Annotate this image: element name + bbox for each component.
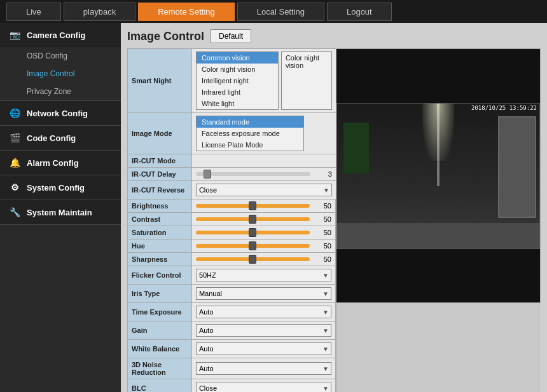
smart-night-option-white[interactable]: White light: [197, 98, 278, 109]
table-row-time-exposure: Time Exposure AutoManual ▼: [128, 303, 541, 321]
value-blc: CloseOpen ▼: [191, 379, 335, 393]
smart-night-option-intelligent[interactable]: Intelligent night: [197, 75, 278, 86]
brightness-slider-row: 50: [196, 202, 331, 210]
sidebar-header-alarm-config[interactable]: 🔔 Alarm Config: [0, 151, 121, 175]
noise-reduction-select-wrap: AutoClose ▼: [196, 362, 331, 375]
value-saturation: 50: [191, 226, 335, 240]
nav-tab-logout[interactable]: Logout: [327, 3, 392, 21]
label-saturation: Saturation: [128, 226, 192, 240]
ircut-delay-track[interactable]: [196, 172, 310, 176]
table-row-blc: BLC CloseOpen ▼: [128, 379, 541, 393]
table-row-noise-reduction: 3D Noise Reduction AutoClose ▼: [128, 358, 541, 379]
main-layout: 📷 Camera Config OSD Config Image Control…: [0, 23, 547, 392]
smart-night-option-color[interactable]: Color night vision: [197, 64, 278, 75]
scene-wall-right: [498, 116, 536, 218]
sharpness-thumb[interactable]: [249, 255, 256, 264]
value-gain: AutoManual ▼: [191, 321, 335, 340]
image-mode-license[interactable]: License Plate Mode: [197, 139, 303, 151]
hue-track[interactable]: [196, 244, 310, 248]
gain-select[interactable]: AutoManual: [196, 324, 331, 337]
label-hue: Hue: [128, 240, 192, 253]
saturation-thumb[interactable]: [249, 228, 256, 237]
sidebar-header-code-config[interactable]: 🎬 Code Config: [0, 126, 121, 150]
saturation-value: 50: [314, 229, 331, 236]
preview-scene: 2018/10/25 13:59:22: [337, 104, 539, 248]
contrast-track[interactable]: [196, 217, 310, 221]
value-smart-night: Common vision Color night vision Intelli…: [191, 49, 336, 113]
ircut-delay-value: 3: [314, 170, 332, 178]
value-hue: 50: [191, 240, 335, 253]
sidebar-header-system-config[interactable]: ⚙ System Config: [0, 175, 121, 199]
time-exposure-select[interactable]: AutoManual: [196, 306, 331, 318]
sidebar-section-camera: 📷 Camera Config OSD Config Image Control…: [0, 23, 121, 101]
image-mode-standard[interactable]: Standard mode: [197, 116, 303, 128]
label-gain: Gain: [128, 321, 192, 340]
top-navigation: Live playback Remote Setting Local Setti…: [0, 0, 547, 23]
value-flicker: 50HZ60HZClose ▼: [191, 266, 335, 285]
scene-light: [422, 104, 454, 161]
sidebar-item-image-control[interactable]: Image Control: [0, 65, 121, 83]
gear-icon: ⚙: [8, 182, 22, 193]
nav-tab-live[interactable]: Live: [6, 3, 61, 21]
brightness-track[interactable]: [196, 204, 310, 208]
white-balance-select-wrap: AutoManual ▼: [196, 342, 331, 355]
sidebar-item-osd-config[interactable]: OSD Config: [0, 47, 121, 65]
nav-tab-remote-setting[interactable]: Remote Setting: [138, 3, 235, 21]
sharpness-track[interactable]: [196, 257, 310, 261]
nav-tab-playback[interactable]: playback: [64, 3, 135, 21]
value-white-balance: AutoManual ▼: [191, 340, 335, 358]
value-ircut-reverse: Close Open ▼: [191, 181, 336, 199]
ircut-reverse-select[interactable]: Close Open: [196, 184, 332, 196]
hue-thumb[interactable]: [249, 241, 256, 250]
brightness-thumb[interactable]: [249, 201, 256, 210]
label-sharpness: Sharpness: [128, 253, 192, 266]
sharpness-slider-row: 50: [196, 255, 331, 263]
camera-preview: 2018/10/25 13:59:22: [336, 103, 540, 249]
label-smart-night: Smart Night: [128, 49, 192, 113]
page-title: Image Control: [127, 30, 204, 43]
alarm-icon: 🔔: [8, 157, 22, 168]
image-mode-faceless[interactable]: Faceless exposure mode: [197, 128, 303, 139]
sidebar-header-system-maintain[interactable]: 🔧 System Maintain: [0, 200, 121, 224]
ircut-delay-thumb[interactable]: [204, 170, 211, 179]
wrench-icon: 🔧: [8, 206, 22, 218]
flicker-select-wrap: 50HZ60HZClose ▼: [196, 269, 331, 281]
settings-table: Smart Night Common vision Color night vi…: [127, 48, 541, 392]
noise-reduction-select[interactable]: AutoClose: [196, 362, 331, 375]
smart-night-value: Color night vision: [281, 51, 332, 110]
brightness-value: 50: [314, 202, 331, 210]
nav-tab-local-setting[interactable]: Local Setting: [237, 3, 324, 21]
saturation-track[interactable]: [196, 231, 310, 234]
iris-select-wrap: ManualAuto ▼: [196, 287, 331, 300]
blc-select[interactable]: CloseOpen: [196, 382, 331, 392]
value-ircut-mode: [191, 154, 336, 168]
smart-night-option-infrared[interactable]: Infrared light: [197, 86, 278, 98]
value-contrast: 50: [191, 213, 335, 226]
sidebar-label-system-config: System Config: [27, 183, 85, 193]
blc-select-wrap: CloseOpen ▼: [196, 382, 331, 392]
saturation-slider-row: 50: [196, 229, 331, 236]
sidebar-item-privacy-zone[interactable]: Privacy Zone: [0, 83, 121, 100]
label-ircut-reverse: IR-CUT Reverse: [128, 181, 192, 199]
default-button[interactable]: Default: [211, 29, 251, 43]
sidebar-label-system-maintain: System Maintain: [27, 208, 92, 217]
sidebar-label-alarm-config: Alarm Config: [27, 158, 79, 168]
contrast-thumb[interactable]: [249, 215, 256, 224]
smart-night-option-common[interactable]: Common vision: [197, 52, 278, 64]
scene-floor: [337, 223, 539, 248]
iris-select[interactable]: ManualAuto: [196, 287, 331, 300]
time-exposure-select-wrap: AutoManual ▼: [196, 306, 331, 318]
flicker-select[interactable]: 50HZ60HZClose: [196, 269, 331, 281]
sidebar-section-system: ⚙ System Config: [0, 175, 121, 200]
image-mode-options: Standard mode Faceless exposure mode Lic…: [196, 116, 304, 151]
label-white-balance: White Balance: [128, 340, 192, 358]
label-flicker: Flicker Control: [128, 266, 192, 285]
sidebar-header-camera-config[interactable]: 📷 Camera Config: [0, 23, 121, 47]
sidebar-header-network-config[interactable]: 🌐 Network Config: [0, 101, 121, 125]
white-balance-select[interactable]: AutoManual: [196, 342, 331, 355]
table-row-gain: Gain AutoManual ▼: [128, 321, 541, 340]
value-sharpness: 50: [191, 253, 335, 266]
sidebar-section-code: 🎬 Code Config: [0, 126, 121, 151]
value-brightness: 50: [191, 199, 335, 213]
camera-icon: 📷: [8, 29, 22, 41]
